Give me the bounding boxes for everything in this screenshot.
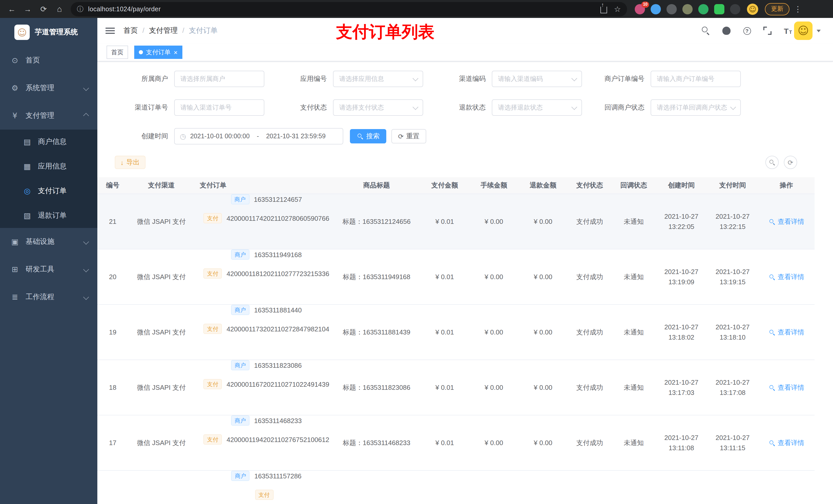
cell-order-id: 20 xyxy=(97,249,128,304)
tab[interactable]: 支付订单 × xyxy=(134,46,182,59)
tags-view: 首页 支付订单 × xyxy=(97,44,833,62)
pay-tag: 支付 xyxy=(204,213,222,223)
filter-control[interactable] xyxy=(492,99,582,116)
home-icon[interactable] xyxy=(53,2,66,16)
extension-drop-icon[interactable] xyxy=(651,4,661,14)
filter-control[interactable] xyxy=(174,71,264,87)
filter-input[interactable] xyxy=(174,99,264,116)
extension-dark-icon[interactable] xyxy=(730,4,740,14)
app-frame: 芋道管理系统 ⊙ 首页 ⚙ 系统管理 xyxy=(0,18,833,504)
font-size-icon[interactable] xyxy=(783,26,793,36)
merchant-icon: ▤ xyxy=(23,137,32,146)
sidebar-item-label: 工作流程 xyxy=(26,292,54,302)
pay-order-no: 4200001167202110271022491439 xyxy=(227,380,329,388)
cell-order-id: 21 xyxy=(97,194,128,249)
user-menu[interactable] xyxy=(794,22,821,40)
export-button[interactable]: 导出 xyxy=(115,156,145,169)
filter-label: 所属商户 xyxy=(105,74,174,83)
view-detail-link[interactable]: 查看详情 xyxy=(768,328,804,337)
browser-menu-icon[interactable] xyxy=(794,4,802,14)
filter-control[interactable] xyxy=(492,71,582,87)
extension-chat-icon[interactable] xyxy=(714,4,724,14)
filter-form: 所属商户 应用编号 xyxy=(97,62,833,144)
breadcrumb-item[interactable]: 首页 xyxy=(123,26,138,35)
refresh-table-button[interactable] xyxy=(784,156,797,169)
view-detail-link[interactable]: 查看详情 xyxy=(768,438,804,448)
github-icon[interactable] xyxy=(721,26,732,36)
search-button[interactable]: 搜索 xyxy=(350,129,386,143)
site-info-icon[interactable] xyxy=(77,4,84,14)
merchant-order-no: 1635311881440 xyxy=(254,306,302,314)
filter-control[interactable] xyxy=(333,71,423,87)
extension-olive-circle-icon[interactable] xyxy=(682,4,693,14)
back-icon[interactable] xyxy=(5,2,19,16)
filter-label: 创建时间 xyxy=(105,131,174,141)
sidebar-item[interactable]: ▣ 基础设施 xyxy=(0,228,97,256)
filter-label: 应用编号 xyxy=(264,74,333,83)
bookmark-star-icon[interactable] xyxy=(614,4,621,14)
sidebar-item[interactable]: ◎ 支付订单 xyxy=(0,179,97,203)
cell-product-title: 标题：1635312124656 xyxy=(333,194,420,249)
toggle-search-button[interactable] xyxy=(765,156,779,169)
view-detail-link[interactable]: 查看详情 xyxy=(768,272,804,282)
filter-input[interactable] xyxy=(333,99,423,116)
sidebar-item[interactable]: ⚙ 系统管理 xyxy=(0,74,97,102)
address-bar[interactable]: localhost:1024/pay/order xyxy=(71,2,627,16)
browser-profile-avatar[interactable] xyxy=(747,3,758,15)
sidebar-item[interactable]: ¥ 支付管理 xyxy=(0,102,97,129)
share-icon[interactable] xyxy=(600,7,607,13)
filter-input[interactable] xyxy=(651,99,741,116)
filter-input[interactable] xyxy=(174,71,264,87)
extension-badge: 10 xyxy=(641,1,649,7)
question-icon[interactable] xyxy=(742,26,752,36)
date-start-input[interactable]: 2021-10-01 00:00:00 xyxy=(190,133,249,140)
breadcrumb-item[interactable]: 支付管理 xyxy=(138,26,178,35)
view-detail-link[interactable]: 查看详情 xyxy=(768,217,804,226)
sidebar-item[interactable]: ⊞ 研发工具 xyxy=(0,256,97,283)
breadcrumb-item[interactable]: 支付订单 xyxy=(178,26,218,35)
filter-input[interactable] xyxy=(492,99,582,116)
filter-input[interactable] xyxy=(651,71,741,87)
date-end-input[interactable]: 2021-10-31 23:59:59 xyxy=(266,133,326,140)
user-avatar[interactable] xyxy=(794,22,812,40)
sidebar-item[interactable]: ≣ 工作流程 xyxy=(0,283,97,311)
extension-green-circle-icon[interactable] xyxy=(698,4,709,14)
date-range-picker[interactable]: 2021-10-01 00:00:00 - 2021-10-31 23:59:5… xyxy=(174,128,343,144)
cell-refund-amount: ¥ 0.00 xyxy=(519,360,568,415)
extension-puzzle-icon[interactable]: 10 xyxy=(635,4,645,14)
cell-create-time: 2021-10-27 13:18:02 xyxy=(656,305,707,360)
cell-refund-amount: ¥ 0.00 xyxy=(519,194,568,249)
filter-input[interactable] xyxy=(492,71,582,87)
pay-order-line: 支付 4200001173202110272847982104 xyxy=(204,324,329,334)
filter-field: 渠道编码 xyxy=(423,71,582,87)
table-row: 21 微信 JSAPI 支付 商户 1635312124657 支付 xyxy=(97,194,814,249)
sidebar-item[interactable]: ⊙ 首页 xyxy=(0,47,97,74)
forward-icon[interactable] xyxy=(21,2,34,16)
pay-order-no: 4200001173202110272847982104 xyxy=(227,325,329,333)
column-header: 商品标题 xyxy=(333,181,420,190)
reload-icon[interactable] xyxy=(37,2,50,16)
sidebar-item[interactable]: ▧ 退款订单 xyxy=(0,203,97,228)
fullscreen-icon[interactable] xyxy=(762,26,772,36)
extension-gray-circle-icon[interactable] xyxy=(667,4,677,14)
reset-button[interactable]: 重置 xyxy=(391,129,426,143)
sidebar-item[interactable]: ▤ 商户信息 xyxy=(0,129,97,154)
browser-update-button[interactable]: 更新 xyxy=(765,3,789,15)
tab-close-icon[interactable]: × xyxy=(174,49,177,55)
hamburger-icon[interactable] xyxy=(105,28,115,34)
filter-control[interactable] xyxy=(333,99,423,116)
sidebar-item[interactable]: ▦ 应用信息 xyxy=(0,154,97,179)
search-icon[interactable] xyxy=(701,26,711,36)
browser-chrome: localhost:1024/pay/order 10 xyxy=(0,0,833,18)
filter-control[interactable] xyxy=(651,71,741,87)
column-header: 操作 xyxy=(758,181,814,190)
tab[interactable]: 首页 xyxy=(106,46,128,59)
filter-control[interactable] xyxy=(174,99,264,116)
pay-order-line: 支付 4200001181202110277723215336 xyxy=(204,268,329,279)
filter-control[interactable] xyxy=(651,99,741,116)
filter-input[interactable] xyxy=(333,71,423,87)
caret-down-icon xyxy=(817,29,821,32)
main-panel: 首页 支付管理 支付订单 xyxy=(97,18,833,504)
view-detail-link[interactable]: 查看详情 xyxy=(768,383,804,392)
breadcrumb: 首页 支付管理 支付订单 xyxy=(123,26,218,35)
